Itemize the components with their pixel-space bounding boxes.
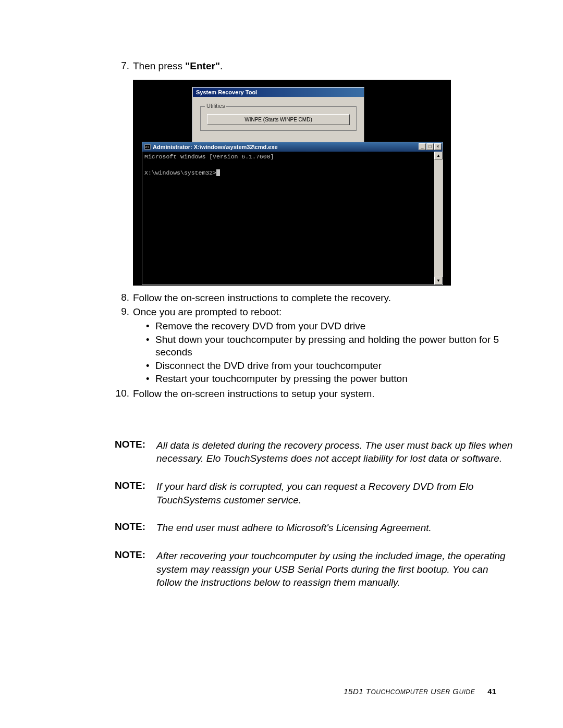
fieldset-label: Utilities [205,103,226,109]
page-footer: 15D1 TOUCHCOMPUTER USER GUIDE 41 [344,687,496,696]
scroll-up-button[interactable]: ▲ [434,152,443,159]
cmd-body: ▲ Microsoft Windows [Version 6.1.7600] X… [142,152,443,285]
instruction-list: 7. Then press "Enter". [115,60,513,72]
utilities-fieldset: Utilities WINPE (Starts WINPE CMD) [200,106,357,131]
step-10: 10. Follow the on-screen instructions to… [115,388,513,400]
instruction-list-cont: 8. Follow the on-screen instructions to … [115,292,513,400]
note-label: NOTE: [115,521,156,535]
bullet: Shut down your touchcomputer by pressing… [155,334,513,359]
step-number: 8. [115,292,133,304]
cmd-output: Microsoft Windows [Version 6.1.7600] X:\… [142,152,434,178]
note-body: After recovering your touchcomputer by u… [156,549,513,589]
step-text: Once you are prompted to reboot: •Remove… [133,306,513,387]
bullet: Disconnect the DVD drive from your touch… [155,360,513,372]
step-text: Then press "Enter". [133,60,513,72]
close-button[interactable]: × [434,143,442,150]
step-8: 8. Follow the on-screen instructions to … [115,292,513,304]
step-text: Follow the on-screen instructions to set… [133,388,513,400]
cmd-title: Administrator: X:\windows\system32\cmd.e… [153,144,278,150]
note-label: NOTE: [115,549,156,589]
minimize-button[interactable]: _ [419,143,426,150]
maximize-button[interactable]: □ [426,143,434,150]
notes-section: NOTE: All data is deleted during the rec… [115,439,513,589]
bullet: Remove the recovery DVD from your DVD dr… [155,320,513,332]
scroll-down-button[interactable]: ▼ [434,277,443,285]
bullet-list: •Remove the recovery DVD from your DVD d… [133,320,513,385]
bullet: Restart your touchcomputer by pressing t… [155,373,513,385]
system-recovery-window: System Recovery Tool Utilities WINPE (St… [192,87,364,144]
step-number: 9. [115,306,133,387]
winpe-button[interactable]: WINPE (Starts WINPE CMD) [207,114,350,125]
note-label: NOTE: [115,480,156,507]
note: NOTE: All data is deleted during the rec… [115,439,513,465]
note-body: If your hard disk is corrupted, you can … [156,480,513,507]
note: NOTE: The end user must adhere to Micros… [115,521,513,535]
recovery-window-title: System Recovery Tool [193,88,364,97]
step-9: 9. Once you are prompted to reboot: •Rem… [115,306,513,387]
cmd-icon: c:\ [144,144,151,150]
screenshot-container: System Recovery Tool Utilities WINPE (St… [133,80,451,286]
page-number: 41 [487,687,496,696]
cmd-titlebar: c:\ Administrator: X:\windows\system32\c… [142,142,443,152]
note: NOTE: If your hard disk is corrupted, yo… [115,480,513,507]
note-label: NOTE: [115,439,156,465]
cmd-window: c:\ Administrator: X:\windows\system32\c… [142,142,443,285]
step-text: Follow the on-screen instructions to com… [133,292,513,304]
note: NOTE: After recovering your touchcompute… [115,549,513,589]
note-body: The end user must adhere to Microsoft's … [156,521,513,535]
step-number: 7. [115,60,133,72]
step-7: 7. Then press "Enter". [115,60,513,72]
step-number: 10. [115,388,133,400]
note-body: All data is deleted during the recovery … [156,439,513,465]
